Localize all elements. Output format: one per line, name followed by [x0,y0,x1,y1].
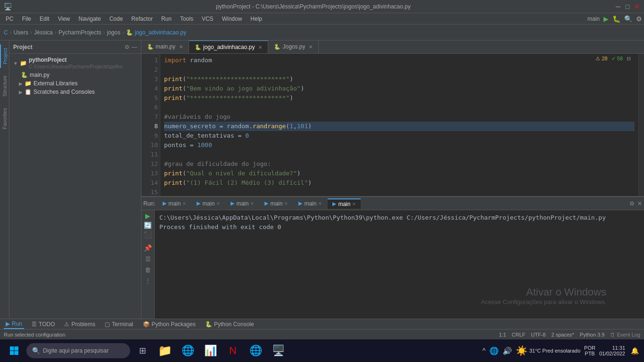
run-tab-1[interactable]: ▶ main ✕ [158,199,191,208]
run-play-icon[interactable]: ▶ [145,212,150,220]
menu-refactor[interactable]: Refactor [128,15,157,23]
run-panel-close-icon[interactable]: ✕ [637,200,642,207]
close-button[interactable]: ✕ [634,3,640,10]
menu-window[interactable]: Window [218,15,246,23]
tab-jogo-adivinhacao[interactable]: 🐍 jogo_adivinhacao.py ✕ [189,41,268,53]
right-gutter-scrollbar[interactable] [638,54,644,196]
code-line-8: numero_secreto = random.randrange(1,101) [164,122,635,131]
run-tab-close-3[interactable]: ✕ [250,201,254,206]
run-stop-icon[interactable]: ⬛ [144,231,152,239]
tab-mainpy[interactable]: 🐍 main.py ✕ [141,41,189,53]
run-tab-2[interactable]: ▶ main ✕ [192,199,225,208]
menu-view[interactable]: View [54,15,74,23]
run-tab-6[interactable]: ▶ main ✕ [328,198,361,209]
tab-close-jogos[interactable]: ✕ [309,44,313,49]
run-tab-4[interactable]: ▶ main ✕ [260,199,293,208]
editor-content[interactable]: import random print("*******************… [160,54,638,196]
start-button[interactable] [4,340,25,361]
tab-close-jogo[interactable]: ✕ [258,45,262,50]
breadcrumb-jessica[interactable]: Jéssica [34,29,53,36]
search-bar[interactable]: 🔍 [26,343,130,358]
tree-item-pythonproject[interactable]: ▼ 📁 pythonProject C:\Users\Jéssica\Pycha… [9,56,141,71]
network-icon[interactable]: 🌐 [489,346,499,355]
menu-pc[interactable]: PC [2,15,17,23]
run-rerun-icon[interactable]: 🔄 [144,222,152,229]
menu-file[interactable]: File [18,15,35,23]
run-tab-label-2: main [202,200,215,207]
gear-icon[interactable]: ⚙ [124,44,130,50]
event-log-icon[interactable]: 🗒 Event Log [610,332,640,337]
tab-label-mainpy: main.py [156,43,175,50]
svg-rect-0 [10,346,14,351]
run-tab-5[interactable]: ▶ main ✕ [294,199,327,208]
breadcrumb-jogos[interactable]: jogos [107,29,121,36]
run-tab-close-6[interactable]: ✕ [352,202,356,206]
run-tab-close-5[interactable]: ✕ [318,201,322,206]
taskbar-edge[interactable]: 🌐 [177,340,198,361]
task-view-button[interactable]: ⊞ [132,340,153,361]
menu-help[interactable]: Help [247,15,266,23]
collapse-all-icon[interactable]: ⊟ [627,56,631,62]
run-tab-close-1[interactable]: ✕ [182,201,186,206]
output-line-1: C:\Users\Jéssica\AppData\Local\Programs\… [159,213,639,222]
menu-edit[interactable]: Edit [36,15,53,23]
run-tab-icon-3: ▶ [231,200,234,206]
language-indicator[interactable]: POR PTB [584,345,595,356]
volume-icon[interactable]: 🔊 [503,346,512,355]
code-line-6 [164,103,635,112]
notification-button[interactable]: 🔔 [629,340,640,361]
run-tab-close-2[interactable]: ✕ [216,201,220,206]
weather-widget[interactable]: ☀️ 31°C Pred ensolarado [516,345,580,356]
menu-vcs[interactable]: VCS [198,15,217,23]
run-more-icon[interactable]: ⋮ [145,277,151,284]
clock-widget[interactable]: 11:31 01/02/2022 [599,345,625,356]
footer-tab-python-console[interactable]: 🐍 Python Console [203,320,256,329]
debug-button[interactable]: 🐛 [612,15,620,23]
run-tab-3[interactable]: ▶ main ✕ [226,199,259,208]
project-tab[interactable]: Project [0,44,9,68]
menu-run[interactable]: Run [157,15,175,23]
taskbar-powerpoint[interactable]: 📊 [200,340,221,361]
favorites-tab[interactable]: Favorites [0,104,9,133]
search-everywhere-icon[interactable]: 🔍 [624,15,632,23]
footer-tab-problems[interactable]: ⚠ Problems [62,320,97,329]
run-button[interactable]: ▶ [603,15,609,23]
search-input[interactable] [43,347,118,354]
tree-item-external-libs[interactable]: ▶ 📁 External Libraries [9,79,141,88]
footer-tab-terminal[interactable]: ▢ Terminal [103,320,135,329]
run-sort-icon[interactable]: ☰ [145,255,151,263]
settings-icon[interactable]: ⚙ [636,15,642,23]
code-area[interactable]: import random print("*******************… [160,54,638,196]
breadcrumb-users[interactable]: Users [14,29,28,36]
run-trash-icon[interactable]: 🗑 [145,266,151,273]
taskbar-netflix[interactable]: N [223,340,243,361]
menu-code[interactable]: Code [106,15,127,23]
taskbar-chrome[interactable]: 🌐 [245,340,266,361]
menu-navigate[interactable]: Navigate [75,15,105,23]
tree-item-scratches[interactable]: ▶ 📋 Scratches and Consoles [9,88,141,96]
taskbar-explorer[interactable]: 📁 [155,340,175,361]
maximize-button[interactable]: □ [624,3,631,10]
footer-tab-run[interactable]: ▶ Run [4,320,24,329]
tree-item-mainpy[interactable]: 🐍 main.py [9,71,141,79]
breadcrumb-pycharmprojects[interactable]: PycharmProjects [58,29,101,36]
run-panel-settings-icon[interactable]: ⚙ [629,200,635,207]
minimize-button[interactable]: ─ [615,3,621,10]
line-num-9: 9 [145,131,158,140]
menu-tools[interactable]: Tools [176,15,197,23]
tab-close-mainpy[interactable]: ✕ [179,44,183,49]
footer-tab-todo[interactable]: ☰ TODO [30,320,57,329]
footer-tab-python-packages[interactable]: 📦 Python Packages [141,320,198,329]
line-num-1: 1 [145,56,158,65]
structure-tab[interactable]: Structure [0,72,9,100]
run-tab-close-4[interactable]: ✕ [284,201,288,206]
tray-up-arrow[interactable]: ^ [482,347,486,354]
tab-jogos[interactable]: 🐍 Jogos.py ✕ [268,41,319,53]
run-pin-icon[interactable]: 📌 [144,244,152,252]
tree-arrow-pythonproject: ▼ [13,61,18,66]
taskbar-pycharm[interactable]: 🖥️ [268,340,289,361]
breadcrumb-c[interactable]: C [4,29,8,36]
line-num-3: 3 [145,74,158,84]
collapse-icon[interactable]: — [132,44,137,50]
breadcrumb-file[interactable]: 🐍 jogo_adivinhacao.py [126,29,186,36]
